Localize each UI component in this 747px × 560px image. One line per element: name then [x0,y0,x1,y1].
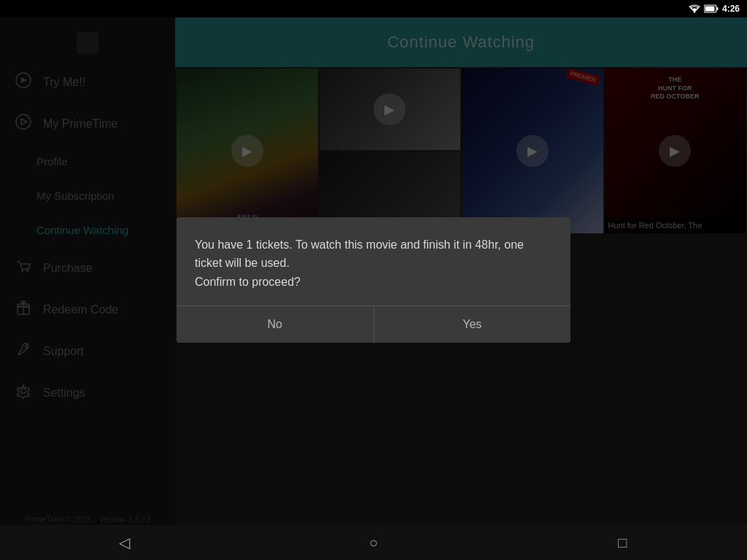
bottom-nav: ◁ ○ □ [0,525,747,560]
home-button[interactable]: ○ [359,528,388,557]
dialog-body: You have 1 tickets. To watch this movie … [177,217,570,306]
dialog-actions: No Yes [177,306,570,343]
status-icons: 4:26 [689,4,740,14]
status-time: 4:26 [722,4,740,14]
recents-button[interactable]: □ [608,528,637,557]
home-icon: ○ [369,534,378,551]
square-icon: □ [618,534,627,551]
dialog-no-button[interactable]: No [177,306,374,343]
back-button[interactable]: ◁ [110,528,139,557]
status-bar: 4:26 [0,0,747,18]
svg-rect-3 [705,7,714,12]
svg-point-0 [694,11,695,12]
wifi-icon [689,4,700,13]
dialog-yes-button[interactable]: Yes [374,306,571,343]
battery-icon [704,4,719,13]
dialog-message: You have 1 tickets. To watch this movie … [195,238,524,288]
back-icon: ◁ [119,534,130,551]
svg-rect-2 [716,7,718,10]
modal-overlay[interactable]: You have 1 tickets. To watch this movie … [0,0,747,560]
confirm-dialog: You have 1 tickets. To watch this movie … [177,217,570,343]
